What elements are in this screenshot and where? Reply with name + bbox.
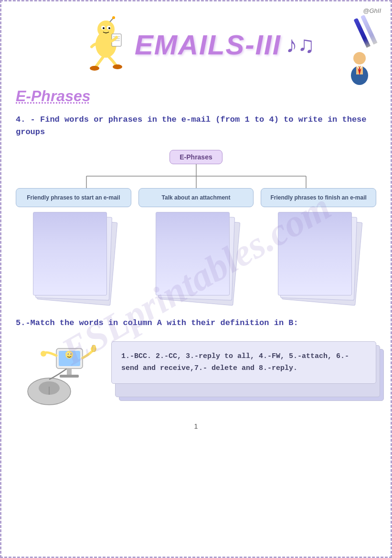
branch-start-email: Friendly phrases to start an e-mail	[16, 188, 131, 303]
svg-point-34	[71, 353, 72, 354]
title-area: EMAILS-III ♪♫	[135, 29, 315, 61]
paper-front-3	[278, 212, 352, 295]
svg-line-12	[110, 18, 113, 22]
paper-front-1	[33, 212, 107, 295]
svg-point-11	[113, 64, 122, 69]
svg-point-14	[353, 52, 366, 64]
svg-rect-37	[60, 375, 79, 378]
paper-stack-3	[278, 212, 359, 303]
businessperson-icon	[348, 52, 371, 85]
branch3-label: Friendly phrases to finish an e-mail	[261, 188, 376, 207]
header-right-icons	[348, 16, 371, 85]
branch2-label: Talk about an attachment	[138, 188, 254, 207]
svg-point-10	[90, 66, 99, 71]
branch1-label: Friendly phrases to start an e-mail	[16, 188, 131, 207]
tree-root-node: E-Phrases	[170, 150, 222, 164]
computer-mascot-svg	[21, 341, 97, 408]
instruction-4: 4. - Find words or phrases in the e-mail…	[16, 114, 376, 138]
svg-rect-36	[67, 368, 72, 376]
page: ESLprintables.com @GhII	[0, 0, 392, 558]
ephrases-section-title: E-Phrases	[16, 87, 376, 105]
instruction-5: 5.-Match the words in column A with thei…	[16, 317, 376, 329]
svg-rect-39	[92, 345, 95, 352]
word-box-main: 1.-BCC. 2.-CC, 3.-reply to all, 4.-FW, 5…	[111, 341, 376, 384]
branch-finish-email: Friendly phrases to finish an e-mail	[261, 188, 376, 303]
tree-branches: Friendly phrases to start an e-mail Talk…	[16, 188, 376, 303]
computer-mascot	[16, 341, 102, 408]
svg-point-5	[108, 27, 110, 29]
pens-icon	[353, 15, 377, 48]
branch-attachment: Talk about an attachment	[138, 188, 254, 303]
svg-point-4	[103, 27, 105, 29]
paper-stack-2	[156, 212, 237, 303]
page-number: 1	[16, 422, 376, 430]
tree-connector-svg	[34, 164, 359, 188]
svg-point-35	[41, 351, 46, 357]
header: EMAILS-III ♪♫	[16, 11, 376, 78]
svg-point-13	[112, 16, 115, 19]
svg-point-33	[68, 353, 69, 354]
mascot-left	[77, 16, 135, 73]
tree-diagram: E-Phrases Friendly phrases to start an e…	[16, 150, 376, 303]
music-note-icon: ♪♫	[286, 32, 315, 58]
section5-content: 1.-BCC. 2.-CC, 3.-reply to all, 4.-FW, 5…	[16, 341, 376, 408]
word-box-container: 1.-BCC. 2.-CC, 3.-reply to all, 4.-FW, 5…	[111, 341, 376, 393]
main-title: EMAILS-III	[135, 29, 281, 61]
paper-front-2	[156, 212, 230, 295]
paper-stack-1	[33, 212, 114, 303]
